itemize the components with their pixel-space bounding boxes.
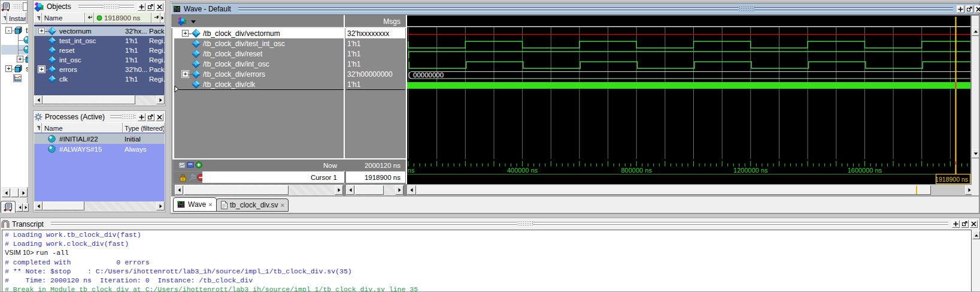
chevron-down-icon[interactable]: [191, 20, 196, 23]
expand-icon[interactable]: +: [38, 28, 45, 34]
objects-hscrollbar[interactable]: [34, 95, 165, 105]
transcript-log[interactable]: # Loading work.tb_clock_div(fast)# Loadi…: [2, 230, 972, 291]
msgs-header[interactable]: Msgs: [345, 15, 405, 28]
sim-instance-header[interactable]: Instance: [7, 13, 26, 23]
scroll-right-button[interactable]: [156, 95, 165, 104]
signal-name[interactable]: reset: [59, 47, 75, 54]
timeline-mode-icons[interactable]: [178, 161, 202, 169]
wave-row-value[interactable]: 1'h1: [345, 38, 405, 49]
wave-row-name[interactable]: + /tb_clock_div/vectornum: [174, 28, 344, 38]
collapse-icon[interactable]: -: [5, 27, 12, 34]
titlebar-grip-dots[interactable]: [13, 4, 23, 10]
filter-icon[interactable]: [34, 13, 42, 23]
tree-row[interactable]: + s: [1, 64, 28, 74]
process-row-ALWAYS15[interactable]: #ALWAYS#15Always: [34, 144, 165, 154]
wave-titlebar[interactable]: Wave - Default: [171, 4, 979, 14]
expand-icon[interactable]: +: [5, 65, 12, 72]
sim-instance-tree[interactable]: - tb_clock_div + + s: [1, 24, 28, 187]
expand-icon[interactable]: +: [38, 66, 45, 73]
scroll-right-button[interactable]: [395, 185, 403, 195]
scroll-right-button[interactable]: [156, 201, 165, 210]
cursor-tool-icons[interactable]: [179, 174, 204, 182]
process-row-INITIAL22[interactable]: #INITIAL#22Initial: [34, 134, 165, 144]
signal-name[interactable]: errors: [59, 66, 77, 73]
float-button[interactable]: [966, 5, 973, 13]
scroll-left-button[interactable]: [34, 201, 43, 210]
cursor-value[interactable]: 1918900 ns: [346, 174, 401, 181]
scroll-left-button[interactable]: [2, 188, 10, 197]
goto-next-icon[interactable]: [151, 13, 160, 23]
objects-grip[interactable]: [78, 5, 134, 9]
process-name[interactable]: #ALWAYS#15: [59, 146, 102, 153]
wave-vscrollbar[interactable]: [972, 16, 979, 195]
goto-previous-icon[interactable]: [85, 13, 94, 23]
close-icon[interactable]: ×: [280, 201, 284, 209]
wave-row-value[interactable]: 1'h1: [345, 79, 405, 89]
close-icon[interactable]: [156, 3, 163, 11]
close-icon[interactable]: [156, 113, 163, 121]
scroll-left-button[interactable]: [346, 185, 354, 195]
scroll-thumb[interactable]: [184, 185, 289, 195]
scroll-thumb[interactable]: [11, 188, 19, 197]
float-button[interactable]: [147, 3, 154, 11]
wave-row-name[interactable]: /tb_clock_div/int_osc: [174, 59, 344, 69]
wave-row-value[interactable]: 1'h1: [345, 59, 405, 69]
signal-name[interactable]: clk: [59, 76, 68, 83]
transcript-grip[interactable]: [51, 222, 948, 226]
scroll-right-button[interactable]: [335, 185, 343, 195]
transcript-titlebar[interactable]: Transcript: [1, 219, 979, 229]
tree-row[interactable]: - tb_clock_div: [1, 26, 28, 35]
expand-icon[interactable]: +: [17, 56, 23, 62]
wave-row-value[interactable]: 32'h00000000: [345, 69, 405, 79]
scroll-thumb[interactable]: [43, 201, 84, 210]
wave-grip[interactable]: [238, 7, 953, 11]
filter-icon[interactable]: [34, 123, 42, 133]
tree-row[interactable]: [1, 35, 28, 45]
wave-row-value[interactable]: 1'h1: [345, 49, 405, 59]
expand-icon[interactable]: +: [182, 71, 189, 77]
values-hscrollbar[interactable]: [346, 185, 403, 195]
wave-row-name[interactable]: /tb_clock_div/reset: [174, 49, 344, 59]
add-button[interactable]: [138, 113, 145, 121]
signal-path[interactable]: /tb_clock_div/reset: [203, 50, 262, 58]
tab-scroll-left-button[interactable]: [17, 203, 23, 212]
objects-row-errors[interactable]: + errors32'h0...Pack...: [34, 65, 165, 74]
tree-item-label[interactable]: tb_clock_div: [26, 26, 28, 35]
scroll-down-button[interactable]: [972, 149, 979, 158]
transcript-vscrollbar[interactable]: [972, 230, 980, 291]
signal-name[interactable]: int_osc: [59, 56, 81, 64]
tree-row[interactable]: [1, 45, 28, 55]
wave-row-name[interactable]: + /tb_clock_div/errors: [174, 69, 344, 79]
tab-scroll-right-button[interactable]: [23, 203, 29, 212]
wave-row-name[interactable]: /tb_clock_div/test_int_osc: [174, 38, 344, 49]
signal-name[interactable]: test_int_osc: [59, 37, 96, 44]
scroll-left-button[interactable]: [175, 185, 183, 195]
signal-path[interactable]: /tb_clock_div/errors: [203, 70, 265, 79]
scroll-right-button[interactable]: [19, 188, 28, 197]
close-icon[interactable]: [970, 220, 978, 228]
signal-path[interactable]: /tb_clock_div/vectornum: [203, 29, 280, 38]
add-button[interactable]: [957, 5, 964, 13]
wave-group-icon[interactable]: [178, 17, 187, 26]
objects-row-reset[interactable]: reset1'h1Regi...: [34, 46, 165, 55]
objects-titlebar[interactable]: Objects: [34, 1, 165, 12]
objects-row-vectornum[interactable]: + vectornum32'hx...Pack...: [34, 26, 165, 36]
wave-canvas[interactable]: 000000000 ns400000 ns800000 ns1200000 ns…: [407, 16, 970, 184]
processes-type-header[interactable]: Type (filtered): [123, 123, 165, 133]
names-hscrollbar[interactable]: [175, 185, 343, 195]
filter-icon[interactable]: [1, 13, 7, 23]
objects-row-int_osc[interactable]: int_osc1'h1Regi...: [34, 55, 165, 65]
processes-list[interactable]: #INITIAL#22Initial #ALWAYS#15Always: [34, 133, 165, 201]
sim-titlebar[interactable]: [1, 1, 26, 12]
canvas-hscrollbar[interactable]: [407, 185, 974, 195]
sim-hscrollbar[interactable]: [1, 188, 28, 198]
objects-name-header[interactable]: Name: [42, 13, 85, 23]
signal-path[interactable]: /tb_clock_div/int_osc: [203, 60, 269, 68]
objects-row-test_int_osc[interactable]: test_int_osc1'h1Regi...: [34, 36, 165, 46]
objects-time-header[interactable]: 1918900 ns: [94, 13, 151, 23]
cursor-name[interactable]: Cursor 1: [269, 174, 337, 181]
scroll-up-button[interactable]: [972, 231, 980, 239]
wave-row-name[interactable]: /tb_clock_div/clk: [174, 79, 344, 89]
tree-row[interactable]: [1, 74, 28, 83]
add-button[interactable]: [952, 220, 960, 228]
